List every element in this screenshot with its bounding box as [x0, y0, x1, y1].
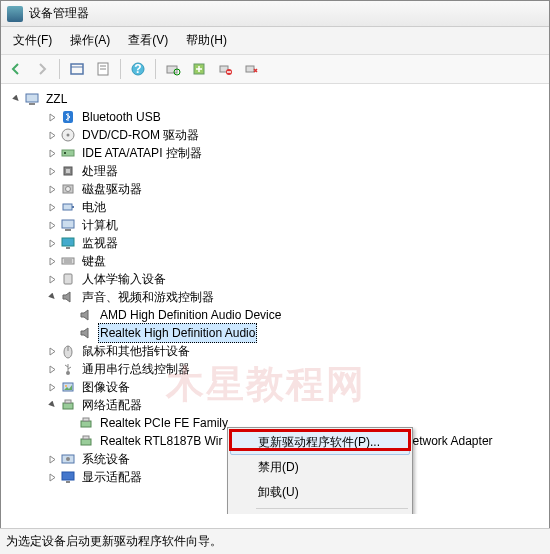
tree-node[interactable]: Realtek High Definition Audio [11, 324, 545, 342]
menu-action[interactable]: 操作(A) [62, 29, 118, 52]
window-title: 设备管理器 [29, 5, 89, 22]
node-label[interactable]: Realtek RTL8187B Wir [98, 432, 225, 450]
svg-rect-47 [62, 472, 74, 480]
usb-icon [60, 361, 76, 377]
node-label[interactable]: 声音、视频和游戏控制器 [80, 288, 216, 306]
node-label[interactable]: 系统设备 [80, 450, 132, 468]
expander-closed-icon[interactable] [47, 166, 58, 177]
tree-node[interactable]: 监视器 [11, 234, 545, 252]
mouse-icon [60, 343, 76, 359]
ctx-scan[interactable]: 扫描检测硬件改动(A) [230, 512, 410, 514]
expander-closed-icon[interactable] [47, 472, 58, 483]
tree-node[interactable]: 磁盘驱动器 [11, 180, 545, 198]
svg-rect-18 [62, 150, 74, 156]
node-label[interactable]: 图像设备 [80, 378, 132, 396]
node-label[interactable]: 鼠标和其他指针设备 [80, 342, 192, 360]
node-label[interactable]: 人体学输入设备 [80, 270, 168, 288]
svg-rect-26 [62, 220, 74, 228]
app-icon [7, 6, 23, 22]
uninstall-button[interactable] [214, 58, 236, 80]
node-label[interactable]: 通用串行总线控制器 [80, 360, 192, 378]
node-label[interactable]: Bluetooth USB [80, 108, 163, 126]
tree-node[interactable]: Bluetooth USB [11, 108, 545, 126]
expander-closed-icon[interactable] [47, 148, 58, 159]
svg-rect-21 [66, 169, 70, 173]
expander-closed-icon[interactable] [47, 220, 58, 231]
expander-closed-icon[interactable] [47, 364, 58, 375]
node-label[interactable]: 监视器 [80, 234, 120, 252]
ctx-uninstall[interactable]: 卸载(U) [230, 480, 410, 505]
tree-node[interactable]: 键盘 [11, 252, 545, 270]
expander-closed-icon[interactable] [47, 238, 58, 249]
svg-rect-14 [29, 103, 35, 105]
expander-closed-icon[interactable] [47, 346, 58, 357]
expander-open-icon[interactable] [11, 94, 22, 105]
svg-point-38 [65, 385, 67, 387]
forward-button[interactable] [31, 58, 53, 80]
back-button[interactable] [5, 58, 27, 80]
tree-root[interactable]: ZZL [11, 90, 545, 108]
node-label[interactable]: AMD High Definition Audio Device [98, 306, 283, 324]
node-label[interactable]: Realtek High Definition Audio [98, 323, 257, 343]
tree-node[interactable]: DVD/CD-ROM 驱动器 [11, 126, 545, 144]
disable-button[interactable] [240, 58, 262, 80]
tree-node[interactable]: 处理器 [11, 162, 545, 180]
title-bar: 设备管理器 [1, 1, 549, 27]
menu-file[interactable]: 文件(F) [5, 29, 60, 52]
node-label[interactable]: DVD/CD-ROM 驱动器 [80, 126, 201, 144]
net-icon [78, 415, 94, 431]
menu-help[interactable]: 帮助(H) [178, 29, 235, 52]
node-label[interactable]: 磁盘驱动器 [80, 180, 144, 198]
status-bar: 为选定设备启动更新驱动程序软件向导。 [0, 528, 550, 554]
root-label[interactable]: ZZL [44, 90, 69, 108]
expander-closed-icon[interactable] [47, 202, 58, 213]
system-icon [60, 451, 76, 467]
node-label[interactable]: 显示适配器 [80, 468, 144, 486]
expander-closed-icon[interactable] [47, 454, 58, 465]
tree-node[interactable]: 网络适配器 [11, 396, 545, 414]
net-icon [78, 433, 94, 449]
tree-node[interactable]: AMD High Definition Audio Device [11, 306, 545, 324]
monitor-icon [60, 235, 76, 251]
node-label[interactable]: 网络适配器 [80, 396, 144, 414]
expander-open-icon[interactable] [47, 400, 58, 411]
tree-node[interactable]: 电池 [11, 198, 545, 216]
expander-open-icon[interactable] [47, 292, 58, 303]
scan-button[interactable] [162, 58, 184, 80]
device-tree[interactable]: 木星教程网 ZZL Bluetooth USBDVD/CD-ROM 驱动器IDE… [1, 84, 549, 514]
tree-node[interactable]: 鼠标和其他指针设备 [11, 342, 545, 360]
expander-closed-icon[interactable] [47, 274, 58, 285]
node-label[interactable]: IDE ATA/ATAPI 控制器 [80, 144, 204, 162]
expander-closed-icon[interactable] [47, 382, 58, 393]
expander-closed-icon[interactable] [47, 184, 58, 195]
ctx-disable[interactable]: 禁用(D) [230, 455, 410, 480]
properties-button[interactable] [92, 58, 114, 80]
display-icon [60, 469, 76, 485]
node-label[interactable]: 计算机 [80, 216, 120, 234]
image-icon [60, 379, 76, 395]
node-label[interactable]: 处理器 [80, 162, 120, 180]
node-label[interactable]: Realtek PCIe FE Family [98, 414, 230, 432]
separator [120, 59, 121, 79]
tree-node[interactable]: 图像设备 [11, 378, 545, 396]
help-button[interactable]: ? [127, 58, 149, 80]
svg-rect-13 [26, 94, 38, 102]
expander-closed-icon[interactable] [47, 112, 58, 123]
expander-closed-icon[interactable] [47, 256, 58, 267]
ctx-update-driver[interactable]: 更新驱动程序软件(P)... [230, 430, 410, 455]
tree-node[interactable]: 计算机 [11, 216, 545, 234]
node-label[interactable]: 键盘 [80, 252, 108, 270]
node-label[interactable]: 电池 [80, 198, 108, 216]
svg-rect-44 [83, 436, 89, 439]
sound-icon [78, 307, 94, 323]
show-hide-button[interactable] [66, 58, 88, 80]
tree-node[interactable]: IDE ATA/ATAPI 控制器 [11, 144, 545, 162]
expander-closed-icon[interactable] [47, 130, 58, 141]
svg-point-46 [66, 457, 70, 461]
menu-view[interactable]: 查看(V) [120, 29, 176, 52]
svg-rect-30 [62, 258, 74, 264]
tree-node[interactable]: 声音、视频和游戏控制器 [11, 288, 545, 306]
tree-node[interactable]: 通用串行总线控制器 [11, 360, 545, 378]
tree-node[interactable]: 人体学输入设备 [11, 270, 545, 288]
update-driver-button[interactable] [188, 58, 210, 80]
